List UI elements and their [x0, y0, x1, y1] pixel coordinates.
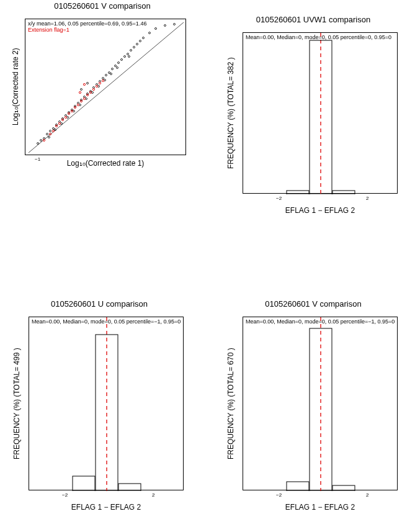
y-axis-label: FREQUENCY (%) (TOTAL= 499 ) — [12, 317, 21, 490]
svg-point-60 — [61, 119, 63, 120]
hist-svg — [243, 317, 398, 491]
tick: 2 — [152, 492, 154, 498]
y-axis-label: FREQUENCY (%) (TOTAL= 670 ) — [226, 317, 235, 490]
svg-point-52 — [87, 83, 89, 84]
hist-panel-v: 0105260601 V comparison Mean=0.00, Media… — [220, 317, 406, 521]
plot-area: Mean=0.00, Median=0, mode=0, 0.05 percen… — [243, 32, 398, 194]
svg-rect-83 — [118, 484, 141, 491]
hist-svg — [29, 317, 184, 491]
hist-svg — [243, 33, 398, 194]
svg-rect-81 — [73, 476, 95, 491]
svg-point-39 — [174, 24, 176, 25]
x-axis-label: EFLAG 1 − EFLAG 2 — [243, 503, 398, 512]
x-axis-label: EFLAG 1 − EFLAG 2 — [243, 206, 398, 215]
y-axis-label: Log₁₀(Corrected rate 2) — [11, 19, 20, 155]
svg-line-0 — [29, 22, 184, 153]
tick: 2 — [366, 196, 368, 201]
svg-point-51 — [117, 67, 118, 69]
svg-point-34 — [140, 40, 141, 42]
svg-point-26 — [115, 65, 117, 67]
stats-text: x/y mean=1.06, 0.05 percentile=0.69, 0.9… — [28, 20, 146, 27]
svg-point-4 — [47, 133, 48, 135]
chart-title: 0105260601 UVW1 comparison — [220, 15, 406, 24]
svg-point-23 — [105, 74, 107, 76]
svg-point-31 — [130, 50, 132, 52]
svg-point-24 — [109, 72, 110, 74]
tick: −2 — [276, 492, 282, 498]
svg-rect-79 — [332, 191, 355, 194]
svg-point-54 — [128, 56, 130, 58]
plot-area: Mean=0.00, Median=0, mode=0, 0.05 percen… — [243, 317, 398, 490]
x-axis-label: Log₁₀(Corrected rate 1) — [25, 159, 186, 168]
svg-point-73 — [102, 79, 104, 81]
svg-point-5 — [50, 130, 51, 132]
svg-rect-87 — [332, 485, 355, 491]
svg-point-37 — [155, 28, 157, 30]
chart-title: 0105260601 U comparison — [6, 299, 192, 309]
svg-point-68 — [86, 94, 88, 96]
scatter-panel-v: 0105260601 V comparison — [6, 19, 199, 180]
svg-point-1 — [37, 143, 39, 145]
svg-point-66 — [80, 100, 82, 102]
svg-point-74 — [83, 83, 85, 85]
svg-point-33 — [136, 43, 138, 45]
svg-point-50 — [110, 73, 112, 75]
svg-point-29 — [124, 56, 126, 58]
svg-point-36 — [149, 32, 151, 34]
svg-point-2 — [40, 140, 42, 142]
svg-point-40 — [48, 137, 50, 138]
svg-point-75 — [79, 91, 81, 93]
svg-rect-85 — [287, 482, 309, 491]
hist-panel-u: 0105260601 U comparison Mean=0.00, Media… — [6, 317, 192, 521]
stats-text: Mean=0.00, Median=0, mode=0, 0.05 percen… — [246, 318, 395, 325]
svg-point-35 — [143, 37, 145, 39]
tick: −2 — [276, 196, 282, 201]
svg-point-6 — [53, 128, 55, 130]
chart-title: 0105260601 V comparison — [220, 299, 406, 309]
svg-point-64 — [74, 106, 76, 108]
svg-point-38 — [164, 25, 166, 27]
svg-rect-77 — [287, 191, 309, 194]
hist-panel-uvw1: 0105260601 UVW1 comparison Mean=0.00, Me… — [220, 32, 406, 231]
flag-text: Extension flag=1 — [28, 27, 69, 33]
scatter-svg — [25, 19, 187, 156]
y-axis-label: FREQUENCY (%) (TOTAL= 382 ) — [226, 32, 235, 194]
stats-text: Mean=0.00, Median=0, mode=0, 0.05 percen… — [246, 34, 391, 40]
svg-point-25 — [112, 68, 114, 70]
svg-point-22 — [102, 78, 104, 79]
x-axis-label: EFLAG 1 − EFLAG 2 — [29, 503, 184, 512]
svg-point-53 — [81, 89, 83, 91]
svg-point-28 — [121, 59, 123, 61]
tick: −2 — [62, 492, 68, 498]
tick: 2 — [366, 492, 368, 498]
svg-point-27 — [118, 62, 120, 64]
svg-point-58 — [55, 125, 57, 127]
plot-area: x/y mean=1.06, 0.05 percentile=0.69, 0.9… — [25, 19, 186, 155]
plot-area: Mean=0.00, Median=0, mode=0, 0.05 percen… — [29, 317, 184, 490]
chart-title: 0105260601 V comparison — [6, 1, 199, 11]
tick: −1 — [35, 156, 40, 162]
svg-point-62 — [68, 112, 69, 114]
svg-point-32 — [133, 47, 135, 48]
svg-point-30 — [127, 53, 129, 55]
stats-text: Mean=0.00, Median=0, mode=0, 0.05 percen… — [32, 318, 181, 325]
